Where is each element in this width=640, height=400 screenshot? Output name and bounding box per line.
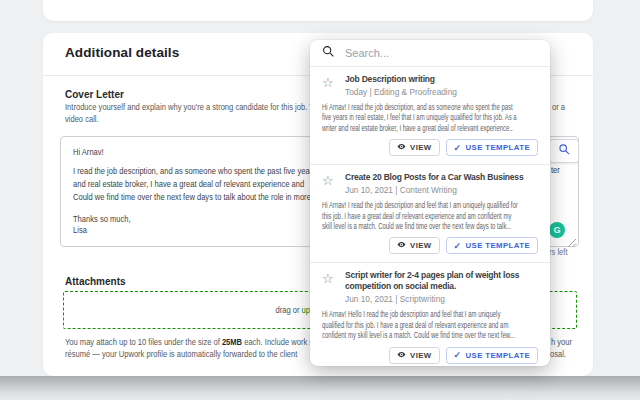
grammarly-icon[interactable]: G xyxy=(549,222,565,238)
template-preview-line: Hi Arnav! I read the job description, an… xyxy=(322,103,480,113)
cover-letter-line: Lisa xyxy=(73,225,87,235)
template-preview-line: confident my skill level is a match. Cou… xyxy=(322,331,480,341)
cover-letter-line-tail: ter xyxy=(551,165,560,175)
cover-letter-line: and real estate broker, I have a great d… xyxy=(73,179,304,189)
page-bottom-shadow xyxy=(0,376,640,400)
search-icon xyxy=(322,44,335,62)
use-template-button[interactable]: ✓ USE TEMPLATE xyxy=(446,347,538,364)
template-list-item[interactable]: ☆ Script writer for 2-4 pages plan of we… xyxy=(310,262,550,366)
template-preview: Hi Arnav! I read the job description, an… xyxy=(322,103,538,134)
eye-icon xyxy=(397,240,406,251)
template-picker-popup: ☆ Job Description writing Today | Editin… xyxy=(310,40,550,366)
attachments-note-line1-tail: h your xyxy=(551,337,572,347)
template-preview-line: Hi Arnav! Hello I read the job descripti… xyxy=(322,310,480,320)
star-icon[interactable]: ☆ xyxy=(322,174,336,195)
template-preview: Hi Arnav! I read the job description and… xyxy=(322,201,538,232)
template-title: Job Description writing xyxy=(345,74,457,85)
previous-section-card xyxy=(43,0,593,21)
template-title: Script writer for 2-4 pages plan of weig… xyxy=(345,270,538,292)
template-preview-line: qualified for this job. I have a great d… xyxy=(322,321,480,331)
eye-icon xyxy=(397,350,406,361)
template-preview-line: five years in real estate, I feel that I… xyxy=(322,113,480,123)
page-root: Additional details Cover Letter Introduc… xyxy=(0,0,640,400)
cover-letter-description-line2: video call. xyxy=(65,114,99,124)
check-icon: ✓ xyxy=(454,241,462,251)
cover-letter-line: Thanks so much, xyxy=(73,214,131,224)
use-template-button[interactable]: ✓ USE TEMPLATE xyxy=(446,139,538,156)
template-meta: Today | Editing & Proofreading xyxy=(345,87,457,97)
view-button[interactable]: VIEW xyxy=(389,237,440,254)
file-size-limit: 25MB xyxy=(222,337,242,347)
cover-letter-line: Could we find time over the next few day… xyxy=(73,192,335,202)
template-list-item[interactable]: ☆ Create 20 Blog Posts for a Car Wash Bu… xyxy=(310,164,550,262)
template-list: ☆ Job Description writing Today | Editin… xyxy=(310,67,550,366)
attachments-note-line2: résumé — your Upwork profile is automati… xyxy=(65,349,297,359)
cover-letter-label: Cover Letter xyxy=(65,89,124,100)
check-icon: ✓ xyxy=(454,143,462,153)
template-search-trigger-button[interactable] xyxy=(549,139,579,163)
check-icon: ✓ xyxy=(454,350,462,360)
view-button[interactable]: VIEW xyxy=(389,139,440,156)
template-title: Create 20 Blog Posts for a Car Wash Busi… xyxy=(345,172,523,183)
textarea-resize-handle[interactable] xyxy=(566,234,577,252)
view-button[interactable]: VIEW xyxy=(389,347,440,364)
page-title: Additional details xyxy=(65,45,179,60)
attachments-label: Attachments xyxy=(65,276,126,287)
template-meta: Jun 10, 2021 | Scriptwriting xyxy=(345,294,538,304)
template-list-item[interactable]: ☆ Job Description writing Today | Editin… xyxy=(310,67,550,164)
template-search-input[interactable] xyxy=(343,46,538,60)
eye-icon xyxy=(397,142,406,153)
template-search-row xyxy=(310,40,550,67)
template-meta: Jun 10, 2021 | Content Writing xyxy=(345,185,523,195)
search-icon xyxy=(558,142,571,160)
cover-letter-description-tail: or a xyxy=(552,102,565,112)
template-preview-line: this job. I have a great deal of relevan… xyxy=(322,212,480,222)
cover-letter-line: Hi Arnav! xyxy=(73,147,104,157)
template-preview: Hi Arnav! Hello I read the job descripti… xyxy=(322,310,538,341)
template-preview-line: writer and real estate broker, I have a … xyxy=(322,124,480,134)
cover-letter-description-line1: Introduce yourself and explain why you'r… xyxy=(65,102,336,112)
template-preview-line: Hi Arnav! I read the job description and… xyxy=(322,201,480,211)
star-icon[interactable]: ☆ xyxy=(322,76,336,97)
use-template-button[interactable]: ✓ USE TEMPLATE xyxy=(446,237,538,254)
star-icon[interactable]: ☆ xyxy=(322,272,336,304)
template-preview-line: skill level is a match. Could we find ti… xyxy=(322,222,480,232)
